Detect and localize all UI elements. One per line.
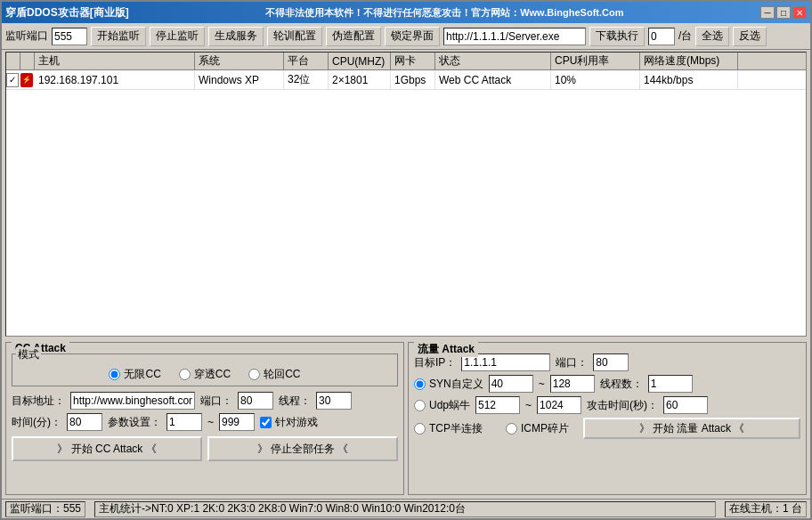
- url-input[interactable]: [443, 28, 586, 45]
- close-button[interactable]: ✕: [792, 6, 807, 19]
- status-listen-port: 监听端口：555: [5, 501, 85, 517]
- port-label: 监听端口: [5, 28, 48, 44]
- main-window: 穿盾DDOS攻击器[商业版] 不得非法使用本软件！不得进行任何恶意攻击！官方网站…: [0, 0, 812, 520]
- table-header: 主机 系统 平台 CPU(MHZ) 网卡 状态 CPU利用率 网络速度(Mbps…: [6, 53, 806, 70]
- game-checkbox[interactable]: [260, 417, 272, 428]
- tilde1: ~: [207, 416, 214, 428]
- flow-port-input[interactable]: [593, 353, 629, 371]
- start-flow-button[interactable]: 》 开始 流量 Attack 《: [583, 418, 800, 439]
- col-status: 状态: [435, 53, 551, 69]
- train-config-button[interactable]: 轮训配置: [267, 27, 322, 46]
- attack-time-label: 攻击时间(秒)：: [587, 398, 658, 413]
- flow-panel: 流量 Attack 目标IP： 端口： SYN自定义 ~ 线程数：: [408, 342, 807, 495]
- thread-label: 线程：: [279, 394, 311, 409]
- minimize-button[interactable]: ─: [760, 6, 775, 19]
- radio-tcp[interactable]: TCP半连接: [414, 421, 483, 436]
- table-row[interactable]: ✓ ⚡ 192.168.197.101 Windows XP 32位 2×180…: [6, 70, 806, 90]
- thread-count-input[interactable]: [648, 375, 693, 393]
- status-online: 在线主机：1 台: [725, 501, 807, 517]
- stop-all-button[interactable]: 》 停止全部任务 《: [207, 436, 398, 461]
- start-cc-button[interactable]: 》 开始 CC Attack 《: [12, 436, 202, 461]
- title-center: 不得非法使用本软件！不得进行任何恶意攻击！官方网站：Www.BingheSoft…: [129, 6, 760, 20]
- col-cpu: CPU(MHZ): [329, 53, 391, 69]
- row-checkbox[interactable]: ✓: [6, 73, 19, 87]
- cell-platform: 32位: [284, 70, 329, 89]
- params-max-input[interactable]: [219, 413, 255, 431]
- cell-cpurate: 10%: [551, 70, 640, 89]
- select-all-button[interactable]: 全选: [695, 27, 729, 46]
- radio-penetrate[interactable]: 穿透CC: [179, 367, 231, 382]
- col-host: 主机: [35, 53, 195, 69]
- radio-unlimited[interactable]: 无限CC: [109, 367, 160, 382]
- host-icon: ⚡: [20, 73, 33, 87]
- port-label: 端口：: [200, 394, 232, 409]
- cell-nic: 1Gbps: [391, 70, 435, 89]
- col-netspeed: 网络速度(Mbps): [640, 53, 738, 69]
- mode-radio-row: 无限CC 穿透CC 轮回CC: [16, 367, 394, 382]
- unit-label: /台: [678, 28, 692, 44]
- params-label: 参数设置：: [108, 415, 161, 430]
- target-input[interactable]: [70, 392, 195, 410]
- radio-round[interactable]: 轮回CC: [248, 367, 300, 382]
- mode-group-title: 模式: [16, 347, 41, 362]
- attack-time-input[interactable]: [663, 396, 708, 414]
- port-input[interactable]: [238, 392, 273, 410]
- udp-row: Udp蜗牛 ~ 攻击时间(秒)：: [414, 396, 800, 414]
- thread-count-label: 线程数：: [600, 377, 643, 392]
- num-input[interactable]: [648, 28, 675, 45]
- flow-target-label: 目标IP：: [414, 355, 456, 370]
- thread-input[interactable]: [316, 392, 352, 410]
- target-row: 目标地址： 端口： 线程：: [12, 392, 398, 410]
- syn-val1-input[interactable]: [489, 375, 533, 393]
- game-checkbox-label[interactable]: 针对游戏: [260, 415, 318, 430]
- bottom-panels: CC Attack 模式 无限CC 穿透CC 轮回CC: [2, 338, 810, 499]
- cell-status: Web CC Attack: [435, 70, 551, 89]
- flow-port-label: 端口：: [556, 355, 588, 370]
- udp-val1-input[interactable]: [475, 396, 520, 414]
- lock-button[interactable]: 锁定界面: [385, 27, 440, 46]
- host-table: 主机 系统 平台 CPU(MHZ) 网卡 状态 CPU利用率 网络速度(Mbps…: [5, 52, 807, 337]
- flow-panel-title: 流量 Attack: [414, 342, 478, 357]
- status-bar: 监听端口：555 主机统计->NT:0 XP:1 2K:0 2K3:0 2K8:…: [2, 499, 810, 518]
- radio-udp[interactable]: Udp蜗牛: [414, 398, 470, 413]
- cell-netspeed: 144kb/bps: [640, 70, 738, 89]
- col-system: 系统: [195, 53, 284, 69]
- col-cpurate: CPU利用率: [551, 53, 640, 69]
- cc-panel: CC Attack 模式 无限CC 穿透CC 轮回CC: [5, 342, 404, 495]
- invert-button[interactable]: 反选: [733, 27, 767, 46]
- fake-config-button[interactable]: 伪造配置: [326, 27, 381, 46]
- status-host-stats: 主机统计->NT:0 XP:1 2K:0 2K3:0 2K8:0 Win7:0 …: [94, 501, 716, 517]
- udp-val2-input[interactable]: [537, 396, 581, 414]
- time-row: 时间(分)： 参数设置： ~ 针对游戏: [12, 413, 398, 431]
- cell-system: Windows XP: [195, 70, 284, 89]
- port-input[interactable]: [52, 28, 87, 45]
- gen-service-button[interactable]: 生成服务: [208, 27, 264, 46]
- title-bar: 穿盾DDOS攻击器[商业版] 不得非法使用本软件！不得进行任何恶意攻击！官方网站…: [2, 2, 810, 23]
- title-left: 穿盾DDOS攻击器[商业版]: [5, 5, 129, 20]
- syn-row: SYN自定义 ~ 线程数：: [414, 375, 800, 393]
- stop-listen-button[interactable]: 停止监听: [150, 27, 205, 46]
- syn-val2-input[interactable]: [550, 375, 595, 393]
- cell-cpu: 2×1801: [329, 70, 391, 89]
- toolbar: 监听端口 开始监听 停止监听 生成服务 轮训配置 伪造配置 锁定界面 下载执行 …: [2, 23, 810, 50]
- col-nic: 网卡: [391, 53, 435, 69]
- cc-action-row: 》 开始 CC Attack 《 》 停止全部任务 《: [12, 436, 398, 461]
- window-controls: ─ □ ✕: [760, 6, 807, 19]
- radio-icmp[interactable]: ICMP碎片: [506, 421, 569, 436]
- download-button[interactable]: 下载执行: [589, 27, 645, 46]
- time-input[interactable]: [67, 413, 102, 431]
- radio-syn[interactable]: SYN自定义: [414, 377, 483, 392]
- params-input[interactable]: [166, 413, 202, 431]
- mode-group: 模式 无限CC 穿透CC 轮回CC: [12, 353, 398, 386]
- start-listen-button[interactable]: 开始监听: [91, 27, 146, 46]
- tcp-row: TCP半连接 ICMP碎片 》 开始 流量 Attack 《: [414, 418, 800, 439]
- maximize-button[interactable]: □: [776, 6, 791, 19]
- target-label: 目标地址：: [12, 394, 65, 409]
- col-platform: 平台: [284, 53, 329, 69]
- cell-host: 192.168.197.101: [35, 70, 195, 89]
- time-label: 时间(分)：: [12, 415, 61, 430]
